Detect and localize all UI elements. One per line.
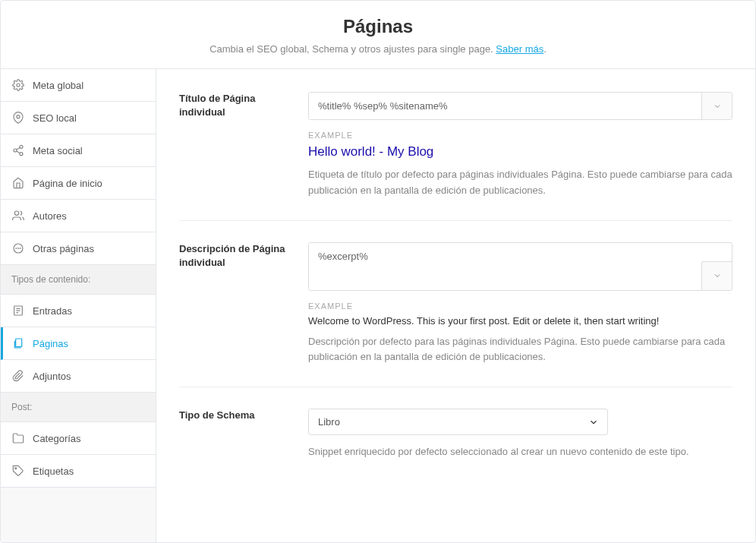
title-variables-button[interactable] <box>701 93 732 119</box>
desc-help: Descripción por defecto para las páginas… <box>308 334 732 366</box>
sidebar-item-label: Meta global <box>33 80 83 91</box>
svg-rect-16 <box>16 339 22 347</box>
sidebar-item-label: Páginas <box>33 338 68 349</box>
page-subtitle: Cambia el SEO global, Schema y otros aju… <box>16 43 740 55</box>
sidebar-item-etiquetas[interactable]: Etiquetas <box>1 455 156 488</box>
sidebar-item-label: SEO local <box>33 112 77 124</box>
location-icon <box>11 111 25 125</box>
example-label: EXAMPLE <box>308 131 732 140</box>
sidebar-item-meta-global[interactable]: Meta global <box>1 69 156 102</box>
gear-icon <box>11 78 25 92</box>
svg-line-5 <box>17 151 20 153</box>
sidebar-item-categorias[interactable]: Categorías <box>1 422 156 455</box>
post-icon <box>11 304 25 317</box>
sidebar: Meta global SEO local Meta social Página… <box>1 69 156 542</box>
svg-point-1 <box>17 115 20 118</box>
sidebar-item-label: Categorías <box>33 433 81 444</box>
users-icon <box>11 209 25 223</box>
svg-line-6 <box>17 147 20 150</box>
desc-example: Welcome to WordPress. This is your first… <box>308 315 732 327</box>
tag-icon <box>11 464 25 478</box>
title-example: Hello world! - My Blog <box>308 144 732 159</box>
page-title: Páginas <box>16 16 740 37</box>
sidebar-item-home[interactable]: Página de inicio <box>1 167 156 200</box>
svg-point-4 <box>20 153 23 156</box>
title-input[interactable] <box>309 93 701 119</box>
sidebar-group-post: Post: <box>1 393 156 422</box>
example-label: EXAMPLE <box>308 301 732 311</box>
svg-point-9 <box>16 248 17 249</box>
sidebar-item-label: Entradas <box>33 305 72 317</box>
sidebar-group-content: Tipos de contenido: <box>1 265 156 295</box>
title-input-combo <box>308 92 732 120</box>
sidebar-item-label: Adjuntos <box>33 371 71 382</box>
sidebar-item-otras[interactable]: Otras páginas <box>1 232 156 265</box>
svg-point-17 <box>15 468 17 469</box>
sidebar-item-label: Etiquetas <box>33 466 74 477</box>
chevron-down-icon <box>713 271 722 280</box>
sidebar-item-label: Otras páginas <box>33 243 94 254</box>
attachment-icon <box>11 369 25 383</box>
page-header: Páginas Cambia el SEO global, Schema y o… <box>1 1 755 69</box>
desc-field-label: Descripción de Página individual <box>179 242 308 366</box>
desc-input-combo <box>308 242 732 291</box>
main-panel: Título de Página individual EXAMPLE Hell… <box>156 69 755 542</box>
sidebar-item-entradas[interactable]: Entradas <box>1 295 156 327</box>
svg-point-0 <box>17 84 20 87</box>
ellipsis-icon <box>11 242 25 255</box>
sidebar-item-label: Página de inicio <box>33 178 102 189</box>
svg-point-10 <box>18 248 19 249</box>
pages-icon <box>11 336 25 350</box>
svg-point-2 <box>20 145 23 148</box>
schema-select[interactable]: Libro <box>308 409 608 435</box>
svg-point-3 <box>14 149 17 152</box>
desc-input[interactable] <box>309 243 701 290</box>
learn-more-link[interactable]: Saber más <box>496 43 543 55</box>
svg-point-7 <box>14 211 18 215</box>
share-icon <box>11 144 25 157</box>
sidebar-item-label: Autores <box>33 210 67 222</box>
sidebar-item-adjuntos[interactable]: Adjuntos <box>1 360 156 393</box>
sidebar-item-label: Meta social <box>33 145 83 156</box>
schema-help: Snippet enriquecido por defecto seleccio… <box>308 444 732 460</box>
sidebar-item-seo-local[interactable]: SEO local <box>1 102 156 134</box>
sidebar-item-meta-social[interactable]: Meta social <box>1 134 156 167</box>
desc-variables-button[interactable] <box>701 261 732 290</box>
schema-field-label: Tipo de Schema <box>179 409 308 460</box>
title-help: Etiqueta de título por defecto para pági… <box>308 167 732 199</box>
svg-point-11 <box>20 248 20 249</box>
home-icon <box>11 176 25 190</box>
title-field-label: Título de Página individual <box>179 92 308 199</box>
chevron-down-icon <box>713 102 722 111</box>
sidebar-item-paginas[interactable]: Páginas <box>1 327 156 360</box>
folder-icon <box>11 431 25 445</box>
sidebar-item-autores[interactable]: Autores <box>1 200 156 232</box>
